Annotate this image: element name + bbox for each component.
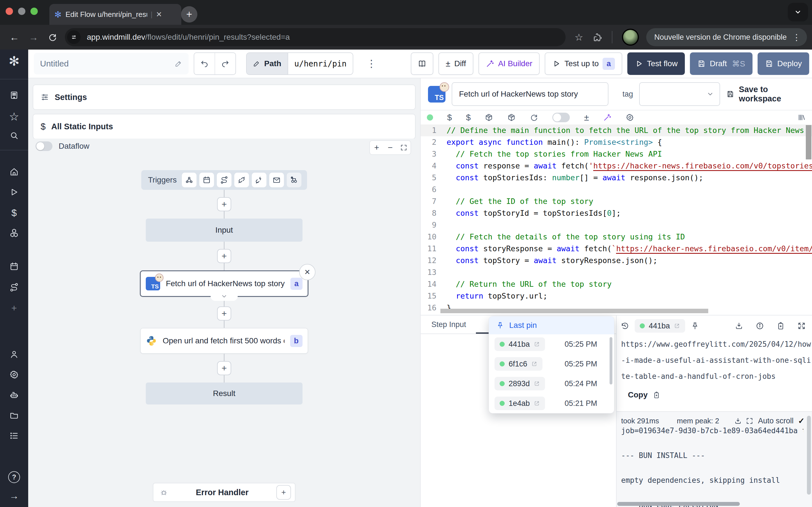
sidebar-item-favorites[interactable]: ☆ [0, 110, 28, 123]
sidebar-item-home[interactable] [0, 167, 28, 177]
dataflow-toggle[interactable] [36, 142, 52, 151]
pin-item[interactable]: 441ba05:25 PM [489, 334, 614, 354]
email-trigger-icon[interactable] [269, 173, 284, 187]
diff-button[interactable]: ± Diff [439, 52, 473, 75]
result-node[interactable]: Result [146, 383, 303, 404]
add-step-button[interactable]: + [217, 249, 231, 263]
variables-icon[interactable]: $ [447, 113, 452, 122]
result-url[interactable]: https://www.geoffreylitt.com/2025/04/12/… [621, 336, 812, 385]
test-flow-button[interactable]: Test flow [627, 52, 685, 75]
assistant-toggle[interactable] [552, 113, 570, 122]
external-link-icon[interactable] [531, 361, 538, 367]
code-vertical-scrollbar[interactable] [806, 125, 811, 159]
input-node[interactable]: Input [146, 219, 303, 242]
pin-item[interactable]: 1e4ab05:21 PM [489, 393, 614, 413]
poll-trigger-icon[interactable] [287, 173, 301, 187]
download-icon[interactable] [735, 322, 743, 330]
ai-builder-button[interactable]: AI Builder [478, 52, 540, 75]
package-icon[interactable] [507, 113, 516, 122]
tab-search-button[interactable] [788, 3, 808, 21]
triggers-node[interactable]: Triggers [141, 170, 307, 190]
code-line[interactable]: 1// Define the main function to fetch th… [421, 124, 812, 136]
fit-view-button[interactable] [397, 141, 410, 154]
sidebar-item-folders[interactable] [0, 411, 28, 420]
reload-icon[interactable] [530, 113, 538, 122]
code-line[interactable]: 9 [421, 219, 812, 231]
zoom-in-button[interactable]: + [370, 141, 384, 154]
flow-graph[interactable]: Dataflow + − Triggers [28, 138, 420, 507]
code-line[interactable]: 11 const storyResponse = await fetch(`ht… [421, 243, 812, 255]
help-icon[interactable]: ? [0, 471, 28, 483]
add-step-button[interactable]: + [217, 306, 231, 321]
step-summary-input[interactable] [452, 82, 608, 106]
static-inputs-card[interactable]: $ All Static Inputs [33, 114, 416, 139]
external-link-icon[interactable] [534, 381, 540, 387]
step-b-node[interactable]: Open url and fetch first 500 words of ..… [140, 328, 308, 354]
traffic-minimize-button[interactable] [18, 8, 26, 15]
diff-mode-icon[interactable]: ± [584, 112, 589, 123]
external-link-icon[interactable] [534, 341, 540, 347]
docs-button[interactable] [411, 52, 434, 75]
pin-icon[interactable] [691, 322, 699, 330]
sidebar-item-routes[interactable] [0, 283, 28, 292]
history-icon[interactable] [620, 322, 629, 330]
kafka-trigger-icon[interactable] [252, 173, 266, 187]
sidebar-item-audit-logs[interactable] [0, 431, 28, 441]
chrome-menu-icon[interactable]: ⋮ [792, 33, 801, 42]
websocket-trigger-icon[interactable] [234, 173, 249, 187]
external-link-icon[interactable] [674, 323, 680, 329]
draft-button[interactable]: Draft ⌘S [690, 52, 752, 75]
windmill-logo-icon[interactable]: ✻ [0, 54, 28, 69]
package-icon[interactable] [485, 113, 493, 122]
code-line[interactable]: 3 // Fetch the top stories from Hacker N… [421, 148, 812, 160]
sidebar-collapse-icon[interactable]: → [0, 490, 28, 501]
webhook-trigger-icon[interactable] [182, 173, 197, 187]
external-link-icon[interactable] [534, 400, 540, 406]
auto-scroll-checkbox[interactable]: ✓ [798, 416, 805, 426]
last-pin-option[interactable]: Last pin [489, 316, 614, 334]
code-line[interactable]: 4 const response = await fetch('https://… [421, 160, 812, 172]
chrome-update-button[interactable]: Nouvelle version de Chrome disponible ⋮ [646, 28, 807, 46]
sidebar-item-runs[interactable] [0, 187, 28, 197]
resources-icon[interactable]: $ [466, 113, 471, 122]
bookmark-star-icon[interactable]: ☆ [574, 32, 583, 43]
pin-item[interactable]: 2893d05:24 PM [489, 374, 614, 393]
undo-button[interactable] [194, 53, 214, 74]
code-line[interactable]: 6 [421, 184, 812, 195]
url-bar[interactable]: app.windmill.dev/flows/edit/u/henri/pin_… [65, 28, 566, 46]
log-horizontal-scrollbar[interactable] [617, 502, 740, 506]
traffic-close-button[interactable] [6, 8, 13, 15]
tab-close-icon[interactable]: ✕ [156, 10, 162, 19]
log-vertical-scrollbar[interactable] [807, 416, 811, 495]
http-route-trigger-icon[interactable] [217, 173, 232, 187]
log-lines[interactable]: job=019634e7-9d30-b7cb-1e89-03a64ed441ba… [621, 425, 804, 507]
library-icon[interactable] [797, 113, 806, 122]
sidebar-item-schedules[interactable] [0, 262, 28, 271]
browser-tab[interactable]: ✻ Edit Flow u/henri/pin_results | ✕ [49, 4, 181, 25]
zoom-out-button[interactable]: − [384, 141, 397, 154]
download-icon[interactable] [730, 417, 742, 425]
info-icon[interactable] [756, 322, 764, 330]
sidebar-item-workspace[interactable] [0, 91, 28, 100]
code-horizontal-scrollbar[interactable] [441, 309, 708, 313]
expand-icon[interactable] [797, 322, 806, 330]
code-line[interactable]: 2export async function main(): Promise<s… [421, 136, 812, 148]
code-line[interactable]: 13 [421, 267, 812, 278]
site-settings-icon[interactable] [67, 31, 81, 44]
sidebar-item-workers[interactable] [0, 390, 28, 400]
remove-step-icon[interactable]: ✕ [299, 264, 315, 280]
expand-step-icon[interactable] [211, 292, 238, 301]
copy-button[interactable]: Copy [628, 390, 660, 399]
code-line[interactable]: 10 // Fetch the details of the top story… [421, 231, 812, 243]
more-options-icon[interactable]: ⋮ [366, 58, 376, 69]
flow-summary-field[interactable]: Untitled [34, 53, 189, 74]
sidebar-item-add[interactable]: + [0, 302, 28, 314]
profile-avatar[interactable] [622, 29, 639, 46]
forward-icon[interactable]: → [29, 32, 38, 43]
editor-settings-icon[interactable] [626, 113, 634, 122]
error-handler-node[interactable]: Error Handler + [153, 483, 296, 502]
code-line[interactable]: 7 // Get the ID of the top story [421, 195, 812, 207]
add-step-button[interactable]: + [217, 361, 231, 375]
clipboard-icon[interactable] [776, 322, 785, 330]
add-error-handler-button[interactable]: + [276, 485, 291, 500]
